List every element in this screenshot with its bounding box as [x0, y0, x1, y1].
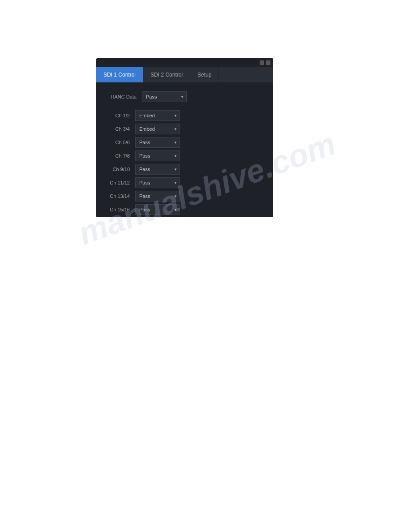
page: SDI 1 Control SDI 2 Control Setup HANC D… [0, 0, 411, 532]
channel-5-dropdown[interactable]: PassEmbedMute [135, 177, 180, 188]
maximize-button[interactable] [266, 60, 270, 65]
channel-3-dropdown[interactable]: PassEmbedMute [135, 150, 180, 161]
channel-1-label: Ch 3/4 [105, 126, 130, 132]
app-window: SDI 1 Control SDI 2 Control Setup HANC D… [96, 58, 273, 217]
hanc-data-label: HANC Data [105, 94, 137, 99]
content-area: HANC Data Pass Embed Mute Ch 1/2PassEmbe… [96, 82, 273, 217]
top-divider [74, 45, 337, 45]
channel-7-dropdown[interactable]: PassEmbedMute [135, 204, 180, 215]
channel-6-select-wrapper: PassEmbedMute [135, 191, 180, 202]
minimize-button[interactable] [260, 60, 264, 65]
channel-row: Ch 9/10PassEmbedMute [105, 164, 264, 175]
tab-sdi1-control[interactable]: SDI 1 Control [96, 67, 143, 82]
channel-5-label: Ch 11/12 [105, 180, 130, 185]
channel-row: Ch 5/6PassEmbedMute [105, 137, 264, 148]
hanc-data-row: HANC Data Pass Embed Mute [105, 91, 264, 102]
channel-6-dropdown[interactable]: PassEmbedMute [135, 191, 180, 202]
channel-3-select-wrapper: PassEmbedMute [135, 150, 180, 161]
channel-1-dropdown[interactable]: PassEmbedMute [135, 124, 180, 134]
channel-7-label: Ch 15/16 [105, 207, 130, 212]
channel-row: Ch 11/12PassEmbedMute [105, 177, 264, 188]
bottom-divider [74, 487, 337, 487]
tab-setup-label: Setup [197, 72, 211, 78]
channel-row: Ch 13/14PassEmbedMute [105, 191, 264, 202]
channel-rows: Ch 1/2PassEmbedMuteCh 3/4PassEmbedMuteCh… [105, 110, 264, 215]
channel-row: Ch 3/4PassEmbedMute [105, 124, 264, 134]
channel-row: Ch 1/2PassEmbedMute [105, 110, 264, 121]
channel-3-label: Ch 7/8 [105, 153, 130, 159]
channel-5-select-wrapper: PassEmbedMute [135, 177, 180, 188]
channel-0-select-wrapper: PassEmbedMute [135, 110, 180, 121]
title-bar [96, 58, 273, 67]
hanc-data-dropdown[interactable]: Pass Embed Mute [142, 91, 187, 102]
channel-0-label: Ch 1/2 [105, 113, 130, 118]
tab-bar: SDI 1 Control SDI 2 Control Setup [96, 67, 273, 82]
hanc-data-select-wrapper: Pass Embed Mute [142, 91, 187, 102]
channel-1-select-wrapper: PassEmbedMute [135, 124, 180, 134]
tab-sdi2-label: SDI 2 Control [150, 72, 183, 78]
channel-6-label: Ch 13/14 [105, 193, 130, 199]
tab-setup[interactable]: Setup [190, 67, 219, 82]
tab-sdi2-control[interactable]: SDI 2 Control [143, 67, 190, 82]
channel-2-select-wrapper: PassEmbedMute [135, 137, 180, 148]
channel-2-dropdown[interactable]: PassEmbedMute [135, 137, 180, 148]
tab-sdi1-label: SDI 1 Control [103, 72, 136, 78]
channel-4-dropdown[interactable]: PassEmbedMute [135, 164, 180, 175]
channel-row: Ch 7/8PassEmbedMute [105, 150, 264, 161]
channel-0-dropdown[interactable]: PassEmbedMute [135, 110, 180, 121]
channel-4-select-wrapper: PassEmbedMute [135, 164, 180, 175]
channel-2-label: Ch 5/6 [105, 140, 130, 145]
channel-7-select-wrapper: PassEmbedMute [135, 204, 180, 215]
channel-4-label: Ch 9/10 [105, 167, 130, 172]
channel-row: Ch 15/16PassEmbedMute [105, 204, 264, 215]
